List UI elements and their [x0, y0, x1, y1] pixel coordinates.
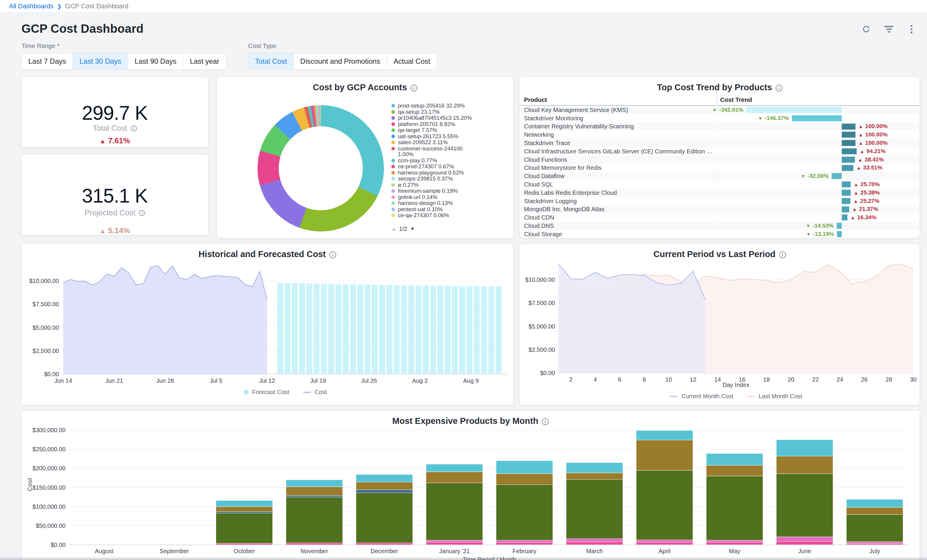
bar-segment-product-pink: [846, 543, 903, 545]
time-range-option-last-90-days[interactable]: Last 90 Days: [128, 53, 183, 70]
forecast-bar: [335, 284, 341, 374]
legend-item-pentest-uat[interactable]: pentest-uat 0.10%: [391, 206, 477, 212]
legend-item-customer-success-244100[interactable]: customer-success-244100 1.00%: [391, 146, 477, 157]
legend-item-uat-setup-261723[interactable]: uat-setup-261723 5.55%: [391, 134, 477, 140]
bar-segment-product-olive: [846, 515, 903, 542]
trend-bar: [842, 157, 855, 162]
legend-item-prod-setup-205416[interactable]: prod-setup-205416 32.29%: [391, 103, 477, 109]
product-name: Container Registry Vulnerability Scannin…: [524, 123, 634, 130]
breadcrumb-link-all-dashboards[interactable]: All Dashboards: [9, 2, 53, 10]
table-row-cloud-infrastructure-services-gitlab-ser[interactable]: Cloud Infrastructure Services GitLab Ser…: [520, 147, 919, 155]
legend-item-qa-target[interactable]: qa-target 7.57%: [391, 127, 477, 133]
bar-segment-product-olive: [356, 493, 413, 543]
cost-type-option-actual-cost[interactable]: Actual Cost: [387, 53, 437, 70]
table-row-cloud-key-management-service-kms[interactable]: Cloud Key Management Service (KMS)▼-342.…: [520, 106, 919, 114]
table-row-stackdriver-trace[interactable]: Stackdriver Trace▲100.00%: [520, 139, 919, 147]
legend-item-forecast-cost[interactable]: Forecast Cost: [243, 389, 289, 396]
x-tick: December: [371, 548, 398, 554]
table-row-stackdriver-logging[interactable]: Stackdriver Logging▲25.27%: [520, 197, 919, 205]
filter-icon[interactable]: [883, 24, 894, 35]
forecast-bar: [321, 284, 327, 374]
legend-item-platform-205701[interactable]: platform-205701 8.82%: [391, 121, 477, 127]
total-cost-value: 299.7 K: [21, 102, 208, 124]
top-cost-trend-card: Top Cost Trend by Productsi Product Cost…: [520, 77, 920, 238]
table-row-mongodb-inc-mongodb-atlas[interactable]: MongoDB Inc. MongoDB Atlas▲21.37%: [520, 205, 919, 214]
legend-item-freemium-sample[interactable]: freemium-sample 0.19%: [391, 188, 477, 194]
refresh-icon[interactable]: [861, 24, 872, 35]
cost-area: [63, 266, 267, 374]
column-header-product[interactable]: Product: [524, 96, 547, 103]
legend-item-qa-setup[interactable]: qa-setup 23.17%: [391, 109, 477, 115]
legend-item-cost[interactable]: Cost: [303, 389, 327, 396]
legend-item-[interactable]: ø 0.27%: [391, 182, 477, 188]
table-row-cloud-memorystore-for-redis[interactable]: Cloud Memorystore for Redis▲33.51%: [520, 164, 919, 172]
table-row-container-registry-vulnerability-scannin[interactable]: Container Registry Vulnerability Scannin…: [520, 123, 919, 131]
legend-dot: [391, 147, 395, 150]
forecast-bar: [481, 286, 487, 374]
forecast-bar: [386, 285, 392, 374]
bar-segment-product-pink: [356, 543, 413, 545]
legend-dot: [391, 116, 395, 120]
legend-item-harness-design[interactable]: harness-design 0.13%: [391, 200, 477, 206]
table-row-cloud-dataflow[interactable]: Cloud Dataflow▼-32.06%: [520, 172, 919, 180]
x-axis-title: Day Index: [559, 382, 913, 389]
time-range-option-last-7-days[interactable]: Last 7 Days: [22, 53, 73, 70]
y-tick: $250,000.00: [32, 446, 65, 452]
x-tick: Jul 26: [361, 377, 377, 384]
trend-value: ▲100.00%: [859, 123, 887, 130]
table-row-cloud-cdn[interactable]: Cloud CDN▲16.34%: [520, 213, 919, 222]
cost-type-option-discount-and-promotions[interactable]: Discount and Promotions: [293, 53, 387, 70]
trend-table-body: Cloud Key Management Service (KMS)▼-342.…: [520, 106, 919, 237]
legend-item-sales-209522[interactable]: sales-209522 3.11%: [391, 140, 477, 146]
info-icon[interactable]: i: [139, 210, 145, 216]
legend-item-harness-playground[interactable]: harness-playground 0.52%: [391, 170, 477, 176]
legend-item-ce-qa-274307[interactable]: ce-qa-274307 0.06%: [391, 212, 477, 219]
trend-bar: [842, 181, 851, 187]
trend-bar: [842, 148, 857, 154]
bar-segment-product-orchid: [777, 537, 833, 541]
info-icon[interactable]: i: [410, 85, 417, 91]
legend-item-golink-url[interactable]: golink-url 0.14%: [391, 194, 477, 200]
table-row-networking[interactable]: Networking▲100.00%: [520, 131, 919, 139]
legend-item-ccm-play[interactable]: ccm-play 0.77%: [391, 158, 477, 164]
legend-item-secops-239815[interactable]: secops-239815 0.37%: [391, 176, 477, 182]
cost-type-option-total-cost[interactable]: Total Cost: [249, 53, 293, 70]
bar-segment-product-blue: [286, 495, 343, 497]
legend-page-down-icon[interactable]: ▼: [410, 226, 415, 232]
trend-bar: [842, 165, 853, 171]
forecast-bar: [328, 284, 334, 374]
trend-value: ▲25.70%: [854, 181, 880, 188]
info-icon[interactable]: i: [131, 125, 137, 131]
table-row-redis-labs-redis-enterprise-cloud[interactable]: Redis Labs Redis Enterprise Cloud▲25.38%: [520, 188, 919, 197]
header-actions: [861, 24, 917, 35]
period-comparison-chart[interactable]: $0.00$2,500.00$5,000.00$7,500.00$10,000.…: [520, 244, 920, 405]
column-header-cost-trend[interactable]: Cost Trend: [720, 96, 752, 103]
legend-item-ce-prod-274307[interactable]: ce-prod-274307 0.67%: [391, 164, 477, 170]
legend-item-current-month[interactable]: Current Month Cost: [670, 393, 734, 400]
legend-label: secops-239815 0.37%: [398, 176, 473, 182]
table-row-cloud-sql[interactable]: Cloud SQL▲25.70%: [520, 180, 919, 188]
table-row-stackdriver-monitoring[interactable]: Stackdriver Monitoring▼-146.37%: [520, 114, 919, 123]
legend-dot: [391, 141, 395, 144]
monthly-products-chart[interactable]: $0.00$50,000.00$100,000.00$150,000.00$20…: [21, 411, 920, 560]
legend-item-pr10406a87045145c3[interactable]: pr10406a87045145c3 15.20%: [391, 115, 477, 121]
legend-item-last-month[interactable]: Last Month Cost: [747, 393, 802, 400]
time-range-option-last-30-days[interactable]: Last 30 Days: [73, 53, 128, 70]
legend-label: platform-205701 8.82%: [398, 121, 473, 127]
legend-page-up-icon[interactable]: ▲: [391, 226, 397, 232]
x-tick: February: [512, 548, 536, 554]
triangle-up-icon: ▲: [850, 215, 855, 220]
historical-forecast-chart[interactable]: $0.00$2,500.00$5,000.00$7,500.00$10,000.…: [21, 244, 514, 405]
gcp-accounts-donut-chart[interactable]: [258, 105, 384, 231]
forecast-bar: [488, 287, 494, 374]
bar-segment-product-cyan: [216, 501, 273, 507]
kebab-menu-icon[interactable]: [906, 24, 917, 35]
time-range-option-last-year[interactable]: Last year: [183, 53, 226, 70]
table-row-cloud-functions[interactable]: Cloud Functions▲38.41%: [520, 155, 919, 164]
table-row-cloud-storage[interactable]: Cloud Storage▼-13.19%: [520, 230, 919, 238]
forecast-bar: [350, 284, 356, 374]
legend-dot: [391, 128, 395, 132]
table-row-cloud-dns[interactable]: Cloud DNS▼-14.53%: [520, 222, 919, 230]
info-icon[interactable]: i: [776, 85, 783, 91]
legend-dot: [391, 196, 395, 199]
